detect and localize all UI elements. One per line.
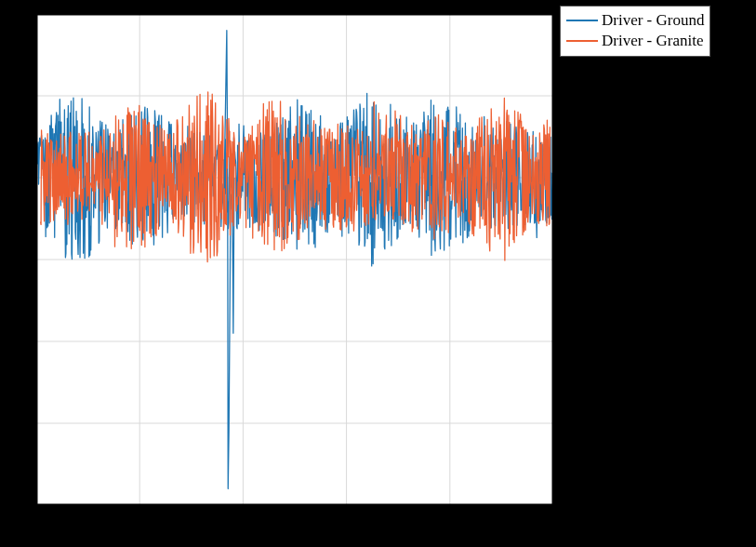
plot-area (35, 13, 554, 506)
legend-swatch-granite (566, 40, 598, 42)
chart-stage: Driver - Ground Driver - Granite (0, 0, 756, 547)
legend-entry-granite: Driver - Granite (566, 31, 704, 51)
legend-label-granite: Driver - Granite (602, 31, 704, 51)
chart-legend: Driver - Ground Driver - Granite (560, 6, 710, 57)
legend-label-ground: Driver - Ground (602, 10, 704, 31)
legend-swatch-ground (566, 20, 598, 21)
legend-entry-ground: Driver - Ground (566, 10, 704, 31)
